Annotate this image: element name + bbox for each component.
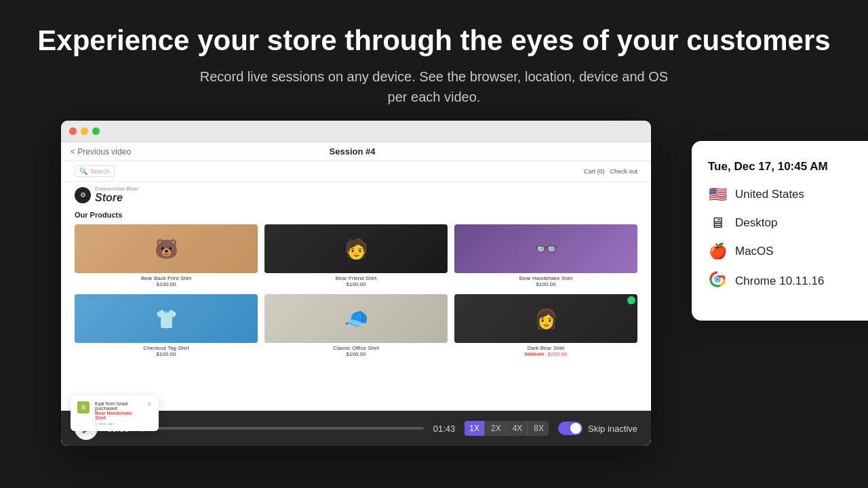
product-price-5: $100.00 bbox=[264, 351, 448, 357]
info-row-country: 🇺🇸 United States bbox=[708, 186, 868, 203]
toast-content: Eyal from Israel purchased Bear Handshak… bbox=[95, 401, 142, 426]
session-title: Session #4 bbox=[330, 146, 376, 157]
product-card[interactable]: 🧑 Bear Friend Shirt $100.00 bbox=[264, 224, 448, 287]
speed-1x[interactable]: 1X bbox=[465, 421, 485, 436]
toast-close-button[interactable]: ✕ bbox=[147, 401, 152, 407]
store-content: 🔍 Search Cart (0) Check out ⚙ Conversion… bbox=[61, 161, 651, 439]
device-label: Desktop bbox=[735, 216, 777, 230]
browser-window: < Previous video Session #4 🔍 Search Car… bbox=[61, 121, 651, 446]
cart-label[interactable]: Cart (0) bbox=[584, 168, 605, 175]
browser-label: Chrome 10.11.16 bbox=[735, 274, 824, 288]
product-name-4: Checkout Tag Shirt bbox=[75, 345, 258, 351]
sale-badge bbox=[627, 296, 635, 304]
products-heading: Our Products bbox=[75, 211, 637, 219]
product-image-4: 👕 bbox=[75, 294, 258, 343]
speed-8x[interactable]: 8X bbox=[529, 421, 549, 436]
traffic-light-yellow[interactable] bbox=[81, 127, 88, 135]
store-products-section: Our Products 🐻 Bear Back Print Shirt $10… bbox=[61, 208, 651, 360]
toast-product-link[interactable]: Bear Handshake Shirt bbox=[95, 411, 142, 420]
speed-4x[interactable]: 4X bbox=[508, 421, 528, 436]
speed-2x[interactable]: 2X bbox=[486, 421, 507, 436]
info-panel: Tue, Dec 17, 10:45 AM 🇺🇸 United States 🖥… bbox=[692, 141, 868, 321]
browser-chrome bbox=[61, 121, 651, 142]
product-price-3: $100.00 bbox=[454, 281, 637, 287]
prev-video-link[interactable]: < Previous video bbox=[71, 147, 131, 157]
svg-point-4 bbox=[716, 278, 719, 281]
toast-main-text: Eyal from Israel purchased bbox=[95, 401, 142, 411]
product-image-6: 👩 bbox=[454, 294, 637, 343]
store-logo-area: ⚙ Conversion Bear Store bbox=[61, 182, 651, 208]
hero-subtitle: Record live sessions on any device. See … bbox=[197, 66, 671, 107]
product-name-5: Classic Office Shirt bbox=[264, 345, 448, 351]
product-price-4: $100.00 bbox=[75, 351, 258, 357]
store-cart-area: Cart (0) Check out bbox=[584, 168, 637, 175]
chrome-icon bbox=[708, 271, 727, 291]
time-end: 01:43 bbox=[433, 424, 456, 434]
hero-section: Experience your store through the eyes o… bbox=[0, 0, 868, 121]
apple-icon: 🍎 bbox=[708, 243, 727, 260]
desktop-icon: 🖥 bbox=[708, 214, 727, 232]
session-datetime: Tue, Dec 17, 10:45 AM bbox=[708, 160, 868, 174]
speed-controls: 1X 2X 4X 8X bbox=[465, 421, 549, 436]
product-price-6: $150.00 $200.00 bbox=[454, 351, 637, 357]
progress-bar[interactable] bbox=[139, 427, 424, 430]
product-name-6: Dark Bear Shirt bbox=[454, 345, 637, 351]
info-row-os: 🍎 MacOS bbox=[708, 243, 868, 260]
product-name-3: Bear Handshake Shirt bbox=[454, 275, 637, 281]
product-image-5: 🧢 bbox=[264, 294, 448, 343]
store-logo-text: Conversion Bear Store bbox=[95, 186, 138, 204]
traffic-light-red[interactable] bbox=[69, 127, 77, 135]
product-card[interactable]: 👩 Dark Bear Shirt $150.00 $200.00 bbox=[454, 294, 637, 357]
product-price-1: $100.00 bbox=[75, 281, 258, 287]
hero-title: Experience your store through the eyes o… bbox=[14, 24, 854, 57]
product-card[interactable]: 👕 Checkout Tag Shirt $100.00 bbox=[75, 294, 258, 357]
toast-time: 1 hour ago bbox=[95, 422, 142, 426]
toggle-knob bbox=[570, 423, 581, 434]
skip-inactive-toggle[interactable] bbox=[558, 422, 583, 435]
product-card[interactable]: 🐻 Bear Back Print Shirt $100.00 bbox=[75, 224, 258, 287]
search-text: Search bbox=[90, 168, 110, 175]
os-label: MacOS bbox=[735, 245, 774, 258]
info-row-device: 🖥 Desktop bbox=[708, 214, 868, 232]
store-header: 🔍 Search Cart (0) Check out bbox=[61, 161, 651, 182]
products-grid: 🐻 Bear Back Print Shirt $100.00 🧑 Bear F… bbox=[75, 224, 637, 357]
product-card[interactable]: 👓 Bear Handshake Shirt $100.00 bbox=[454, 224, 637, 287]
checkout-label[interactable]: Check out bbox=[610, 168, 637, 175]
product-image-1: 🐻 bbox=[75, 224, 258, 273]
product-image-2: 🧑 bbox=[264, 224, 448, 273]
product-name-1: Bear Back Print Shirt bbox=[75, 275, 258, 281]
browser-nav: < Previous video Session #4 bbox=[61, 142, 651, 161]
info-row-browser: Chrome 10.11.16 bbox=[708, 271, 868, 291]
store-logo-icon: ⚙ bbox=[75, 187, 91, 203]
store-search[interactable]: 🔍 Search bbox=[75, 165, 115, 177]
skip-label: Skip inactive bbox=[588, 424, 637, 434]
toast-notification: S Eyal from Israel purchased Bear Handsh… bbox=[71, 396, 159, 431]
product-price-2: $100.00 bbox=[264, 281, 448, 287]
flag-icon: 🇺🇸 bbox=[708, 186, 727, 203]
product-card[interactable]: 🧢 Classic Office Shirt $100.00 bbox=[264, 294, 448, 357]
search-icon: 🔍 bbox=[79, 167, 87, 175]
product-image-3: 👓 bbox=[454, 224, 637, 273]
traffic-light-green[interactable] bbox=[92, 127, 100, 135]
skip-inactive-area: Skip inactive bbox=[558, 422, 637, 435]
country-label: United States bbox=[735, 188, 804, 201]
product-name-2: Bear Friend Shirt bbox=[264, 275, 448, 281]
shopify-icon: S bbox=[77, 401, 90, 413]
